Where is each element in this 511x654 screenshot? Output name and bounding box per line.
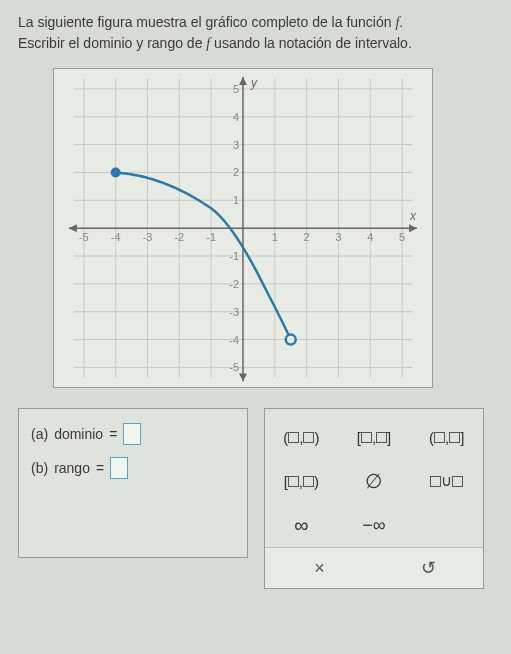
close-icon: ×	[314, 558, 325, 579]
symbol-palette: (,) [,] (,] [,) ∅ ∪ ∞ −∞ × ↺	[264, 408, 484, 589]
endpoint-open	[286, 335, 296, 345]
input-rango[interactable]	[110, 457, 128, 479]
btn-infinity[interactable]: ∞	[265, 503, 338, 547]
btn-union[interactable]: ∪	[410, 459, 483, 503]
btn-empty-set[interactable]: ∅	[338, 459, 411, 503]
svg-text:4: 4	[233, 111, 239, 123]
graph-panel: -5-4-3 -2-1 123 45 543 21 -1-2-3 -4-5 x …	[53, 68, 433, 388]
input-dominio[interactable]	[123, 423, 141, 445]
svg-text:2: 2	[233, 166, 239, 178]
svg-text:2: 2	[304, 231, 310, 243]
svg-marker-21	[69, 224, 77, 232]
x-axis-label: x	[409, 209, 417, 223]
svg-marker-22	[239, 77, 247, 85]
svg-text:-4: -4	[229, 334, 239, 346]
btn-reset[interactable]: ↺	[374, 548, 483, 588]
svg-text:-1: -1	[229, 250, 239, 262]
prompt-line1: La siguiente figura muestra el gráfico c…	[18, 14, 403, 30]
btn-interval-closed-closed[interactable]: [,]	[338, 415, 411, 459]
equals: =	[96, 460, 104, 476]
svg-text:-2: -2	[174, 231, 184, 243]
btn-clear[interactable]: ×	[265, 548, 374, 588]
part-label-a: (a)	[31, 426, 48, 442]
endpoint-closed	[111, 167, 121, 177]
label-rango: rango	[54, 460, 90, 476]
btn-neg-infinity[interactable]: −∞	[338, 503, 411, 547]
problem-statement: La siguiente figura muestra el gráfico c…	[18, 12, 493, 54]
svg-text:-4: -4	[111, 231, 121, 243]
svg-text:-3: -3	[143, 231, 153, 243]
svg-marker-23	[239, 373, 247, 381]
svg-text:-3: -3	[229, 306, 239, 318]
text: Escribir el dominio y rango de	[18, 35, 206, 51]
svg-text:1: 1	[233, 194, 239, 206]
svg-text:1: 1	[272, 231, 278, 243]
svg-text:4: 4	[367, 231, 373, 243]
row-dominio: (a) dominio =	[31, 423, 235, 445]
svg-text:-5: -5	[79, 231, 89, 243]
btn-interval-open-closed[interactable]: (,]	[410, 415, 483, 459]
label-dominio: dominio	[54, 426, 103, 442]
text: usando la notación de intervalo.	[210, 35, 412, 51]
svg-text:-2: -2	[229, 278, 239, 290]
svg-text:5: 5	[233, 83, 239, 95]
equals: =	[109, 426, 117, 442]
part-label-b: (b)	[31, 460, 48, 476]
svg-text:-1: -1	[206, 231, 216, 243]
text: La siguiente figura muestra el gráfico c…	[18, 14, 395, 30]
y-axis-label: y	[250, 76, 258, 90]
text: .	[399, 14, 403, 30]
btn-interval-open-open[interactable]: (,)	[265, 415, 338, 459]
answer-panel: (a) dominio = (b) rango =	[18, 408, 248, 558]
pal-empty-cell	[410, 503, 483, 547]
svg-text:3: 3	[233, 139, 239, 151]
prompt-line2: Escribir el dominio y rango de f usando …	[18, 35, 412, 51]
graph-svg: -5-4-3 -2-1 123 45 543 21 -1-2-3 -4-5 x …	[54, 69, 432, 387]
svg-marker-20	[409, 224, 417, 232]
svg-text:-5: -5	[229, 361, 239, 373]
svg-text:3: 3	[335, 231, 341, 243]
reset-icon: ↺	[421, 557, 436, 579]
btn-interval-closed-open[interactable]: [,)	[265, 459, 338, 503]
svg-text:5: 5	[399, 231, 405, 243]
row-rango: (b) rango =	[31, 457, 235, 479]
